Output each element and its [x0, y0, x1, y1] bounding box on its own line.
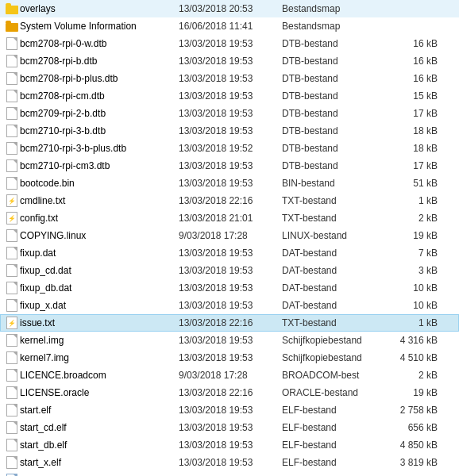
table-row[interactable]: System Volume Information 16/06/2018 11:… [0, 17, 459, 35]
file-type: DTB-bestand [282, 56, 393, 67]
table-row[interactable]: bcm2710-rpi-cm3.dtb 13/03/2018 19:53 DTB… [0, 157, 459, 175]
file-icon [6, 125, 17, 137]
file-icon [6, 37, 17, 50]
file-date: 13/03/2018 21:01 [179, 213, 282, 224]
table-row[interactable]: bcm2708-rpi-b-plus.dtb 13/03/2018 19:53 … [0, 70, 459, 87]
table-row[interactable]: kernel7.img 13/03/2018 19:53 Schijfkopie… [0, 349, 459, 367]
table-row[interactable]: bcm2710-rpi-3-b.dtb 13/03/2018 19:53 DTB… [0, 122, 459, 140]
file-name: bcm2708-rpi-cm.dtb [20, 90, 179, 102]
icon-cell [4, 177, 20, 190]
file-size: 7 kB [393, 248, 441, 259]
table-row[interactable]: overlays 13/03/2018 20:53 Bestandsmap [0, 0, 459, 17]
file-type: ELF-bestand [282, 440, 393, 451]
file-type: DAT-bestand [282, 265, 393, 276]
file-name: config.txt [20, 213, 179, 224]
file-type: DTB-bestand [282, 160, 393, 171]
file-date: 13/03/2018 19:53 [179, 160, 282, 171]
table-row[interactable]: LICENSE.oracle 13/03/2018 22:16 ORACLE-b… [0, 384, 459, 401]
table-row[interactable]: config.txt 13/03/2018 21:01 TXT-bestand … [0, 209, 459, 227]
icon-cell [4, 21, 20, 32]
file-date: 13/03/2018 19:53 [179, 282, 282, 294]
file-size: 15 kB [393, 90, 441, 102]
file-date: 13/03/2018 22:16 [179, 317, 282, 328]
table-row[interactable]: bcm2709-rpi-2-b.dtb 13/03/2018 19:53 DTB… [0, 105, 459, 122]
table-row[interactable]: fixup.dat 13/03/2018 19:53 DAT-bestand 7… [0, 244, 459, 262]
txt-file-icon [6, 212, 17, 225]
file-name: bcm2710-rpi-3-b-plus.dtb [20, 143, 179, 154]
file-name: start_db.elf [20, 440, 179, 451]
icon-cell [4, 72, 20, 85]
file-icon [6, 90, 17, 102]
file-date: 13/03/2018 22:16 [179, 387, 282, 398]
file-icon [6, 177, 17, 190]
table-row[interactable]: bcm2708-rpi-cm.dtb 13/03/2018 19:53 DTB-… [0, 87, 459, 105]
file-size: 4 510 kB [393, 352, 441, 363]
file-name: fixup_db.dat [20, 282, 179, 294]
file-date: 13/03/2018 20:53 [179, 3, 282, 14]
file-date: 13/03/2018 19:53 [179, 335, 282, 346]
icon-cell [4, 229, 20, 242]
file-type: ELF-bestand [282, 422, 393, 433]
file-icon [6, 404, 17, 416]
file-size: 1 kB [393, 195, 441, 206]
table-row[interactable]: kernel.img 13/03/2018 19:53 Schijfkopieb… [0, 332, 459, 349]
file-icon [6, 369, 17, 382]
file-date: 13/03/2018 19:53 [179, 178, 282, 189]
icon-cell [4, 404, 20, 416]
file-type: LINUX-bestand [282, 230, 393, 241]
icon-cell [4, 282, 20, 294]
file-type: DAT-bestand [282, 248, 393, 259]
file-type: DAT-bestand [282, 282, 393, 294]
table-row[interactable]: ssh 7/06/2018 16:39 Bestand 0 kB [0, 471, 459, 476]
icon-cell [4, 456, 20, 469]
file-size: 2 kB [393, 213, 441, 224]
table-row[interactable]: LICENCE.broadcom 9/03/2018 17:28 BROADCO… [0, 367, 459, 384]
table-row[interactable]: issue.txt 13/03/2018 22:16 TXT-bestand 1… [0, 314, 459, 332]
table-row[interactable]: start.elf 13/03/2018 19:53 ELF-bestand 2… [0, 401, 459, 419]
table-row[interactable]: bcm2710-rpi-3-b-plus.dtb 13/03/2018 19:5… [0, 140, 459, 157]
table-row[interactable]: bcm2708-rpi-0-w.dtb 13/03/2018 19:53 DTB… [0, 35, 459, 52]
file-date: 13/03/2018 19:53 [179, 265, 282, 276]
file-name: start_cd.elf [20, 422, 179, 433]
file-icon [6, 264, 17, 277]
table-row[interactable]: fixup_cd.dat 13/03/2018 19:53 DAT-bestan… [0, 262, 459, 279]
table-row[interactable]: bcm2708-rpi-b.dtb 13/03/2018 19:53 DTB-b… [0, 52, 459, 70]
file-date: 13/03/2018 19:52 [179, 143, 282, 154]
file-icon [6, 456, 17, 469]
file-type: DTB-bestand [282, 90, 393, 102]
icon-cell [4, 334, 20, 347]
file-type: DTB-bestand [282, 108, 393, 119]
file-icon [6, 229, 17, 242]
file-size: 19 kB [393, 387, 441, 398]
table-row[interactable]: fixup_db.dat 13/03/2018 19:53 DAT-bestan… [0, 279, 459, 297]
file-size: 19 kB [393, 230, 441, 241]
file-type: Bestandsmap [282, 3, 393, 14]
table-row[interactable]: fixup_x.dat 13/03/2018 19:53 DAT-bestand… [0, 297, 459, 314]
icon-cell [4, 4, 20, 14]
icon-cell [4, 37, 20, 50]
table-row[interactable]: bootcode.bin 13/03/2018 19:53 BIN-bestan… [0, 175, 459, 192]
file-size: 17 kB [393, 160, 441, 171]
file-icon [6, 386, 17, 399]
file-name: LICENSE.oracle [20, 387, 179, 398]
table-row[interactable]: COPYING.linux 9/03/2018 17:28 LINUX-best… [0, 227, 459, 244]
txt-file-icon [6, 317, 17, 329]
file-name: kernel.img [20, 335, 179, 346]
file-date: 13/03/2018 19:53 [179, 300, 282, 311]
table-row[interactable]: start_x.elf 13/03/2018 19:53 ELF-bestand… [0, 454, 459, 471]
file-date: 13/03/2018 19:53 [179, 405, 282, 416]
file-date: 13/03/2018 19:53 [179, 248, 282, 259]
table-row[interactable]: cmdline.txt 13/03/2018 22:16 TXT-bestand… [0, 192, 459, 209]
file-icon [6, 107, 17, 120]
file-date: 13/03/2018 19:53 [179, 352, 282, 363]
file-date: 13/03/2018 19:53 [179, 457, 282, 468]
file-name: COPYING.linux [20, 230, 179, 241]
file-icon [6, 142, 17, 155]
file-type: DTB-bestand [282, 125, 393, 136]
table-row[interactable]: start_cd.elf 13/03/2018 19:53 ELF-bestan… [0, 419, 459, 436]
icon-cell [4, 90, 20, 102]
table-row[interactable]: start_db.elf 13/03/2018 19:53 ELF-bestan… [0, 436, 459, 454]
file-icon [6, 421, 17, 434]
file-size: 4 850 kB [393, 440, 441, 451]
file-size: 3 819 kB [393, 457, 441, 468]
